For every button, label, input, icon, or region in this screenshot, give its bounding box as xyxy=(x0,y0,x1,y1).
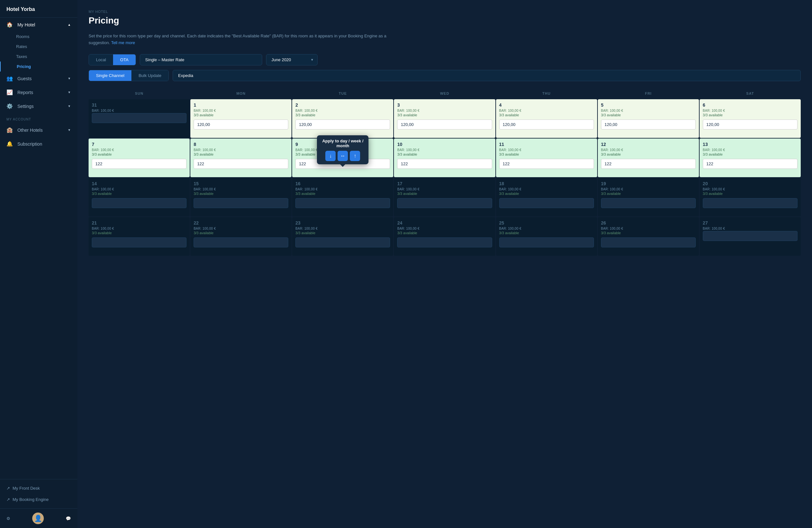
price-input[interactable] xyxy=(703,159,798,169)
chat-icon[interactable]: 💬 xyxy=(66,516,71,521)
calendar-cell: 10BAR: 100,00 €3/3 available xyxy=(394,139,495,177)
calendar-cell: 20BAR: 100,00 €3/3 available xyxy=(700,178,801,216)
availability: 3/3 available xyxy=(601,231,696,235)
day-number: 31 xyxy=(92,102,187,108)
price-input[interactable] xyxy=(703,231,798,241)
day-number: 2 xyxy=(295,102,390,108)
availability: 3/3 available xyxy=(499,113,594,117)
price-input[interactable] xyxy=(601,198,696,208)
calendar-cell: 21BAR: 100,00 €3/3 available xyxy=(89,217,190,256)
sidebar-item-reports[interactable]: 📈 Reports ▼ xyxy=(0,85,77,99)
availability: 3/3 available xyxy=(499,152,594,156)
month-select[interactable]: June 2020 xyxy=(266,54,318,66)
sidebar-bottom: ⚙ 👤 💬 xyxy=(0,508,77,528)
description: Set the price for this room type per day… xyxy=(89,33,394,46)
tell-me-more-link[interactable]: Tell me more xyxy=(111,40,135,45)
day-number: 25 xyxy=(499,220,594,226)
availability: 3/3 available xyxy=(499,192,594,196)
price-input[interactable] xyxy=(295,119,390,129)
sidebar-item-subscription[interactable]: 🔔 Subscription xyxy=(0,137,77,151)
price-input[interactable] xyxy=(92,113,187,123)
availability: 3/3 available xyxy=(703,113,798,117)
calendar-cell: 15BAR: 100,00 €3/3 available xyxy=(190,178,291,216)
calendar-header: SUNMONTUEWEDTHUFRISAT xyxy=(89,89,801,98)
price-input[interactable] xyxy=(193,198,288,208)
day-number: 8 xyxy=(193,142,288,147)
sidebar-item-taxes[interactable]: Taxes xyxy=(0,52,77,61)
single-channel-button[interactable]: Single Channel xyxy=(89,70,131,81)
bar-rate: BAR: 100,00 € xyxy=(601,148,696,152)
price-input[interactable] xyxy=(92,238,187,247)
calendar: SUNMONTUEWEDTHUFRISAT 31BAR: 100,00 €1BA… xyxy=(89,89,801,256)
hotel-name: Hotel Yorba xyxy=(0,0,77,18)
price-input[interactable] xyxy=(397,159,492,169)
price-input[interactable] xyxy=(499,119,594,129)
price-input[interactable] xyxy=(397,198,492,208)
price-input[interactable] xyxy=(295,238,390,247)
day-number: 10 xyxy=(397,142,492,147)
availability: 3/3 available xyxy=(295,192,390,196)
calendar-cell: 18BAR: 100,00 €3/3 available xyxy=(496,178,597,216)
bar-rate: BAR: 100,00 € xyxy=(295,187,390,191)
price-input[interactable] xyxy=(499,198,594,208)
price-input[interactable] xyxy=(397,238,492,247)
day-number: 18 xyxy=(499,181,594,186)
settings-bottom-icon[interactable]: ⚙ xyxy=(6,516,10,521)
price-input[interactable] xyxy=(295,198,390,208)
day-number: 11 xyxy=(499,142,594,147)
sidebar-item-pricing[interactable]: Pricing xyxy=(0,61,77,72)
price-input[interactable] xyxy=(193,119,288,129)
sidebar-item-settings[interactable]: ⚙️ Settings ▼ xyxy=(0,99,77,113)
bar-rate: BAR: 100,00 € xyxy=(499,227,594,230)
calendar-cell: 16BAR: 100,00 €3/3 available xyxy=(292,178,393,216)
price-input[interactable] xyxy=(193,159,288,169)
front-desk-link[interactable]: ↗ My Front Desk xyxy=(6,483,71,494)
reports-icon: 📈 xyxy=(6,89,13,95)
price-input[interactable] xyxy=(601,119,696,129)
calendar-cell: 11BAR: 100,00 €3/3 available xyxy=(496,139,597,177)
availability: 3/3 available xyxy=(193,113,288,117)
tooltip-title: Apply to day / week / month xyxy=(321,139,365,148)
price-input[interactable] xyxy=(601,238,696,247)
calendar-cell: 1BAR: 100,00 €3/3 available xyxy=(190,99,291,138)
day-number: 13 xyxy=(703,142,798,147)
price-input[interactable] xyxy=(703,198,798,208)
price-input[interactable] xyxy=(92,198,187,208)
account-label: MY ACCOUNT xyxy=(0,113,77,123)
price-input[interactable] xyxy=(601,159,696,169)
availability: 3/3 available xyxy=(601,152,696,156)
calendar-day-header: TUE xyxy=(292,89,393,98)
sidebar-footer: ↗ My Front Desk ↗ My Booking Engine xyxy=(0,479,77,508)
sidebar-item-guests[interactable]: 👥 Guests ▼ xyxy=(0,72,77,85)
booking-engine-link[interactable]: ↗ My Booking Engine xyxy=(6,494,71,505)
sidebar-item-other-hotels[interactable]: 🏨 Other Hotels ▼ xyxy=(0,123,77,137)
sidebar-item-rooms[interactable]: Rooms xyxy=(0,31,77,42)
ota-button[interactable]: OTA xyxy=(113,55,135,65)
rate-select[interactable] xyxy=(140,54,262,66)
availability: 3/3 available xyxy=(193,192,288,196)
chevron-down-icon: ▼ xyxy=(68,77,71,80)
tooltip-btn-arrows[interactable]: ↔ xyxy=(337,151,348,161)
price-input[interactable] xyxy=(397,119,492,129)
sidebar-item-my-hotel[interactable]: 🏠 My Hotel ▲ xyxy=(0,18,77,31)
bar-rate: BAR: 100,00 € xyxy=(193,109,288,112)
price-input[interactable] xyxy=(193,238,288,247)
chevron-down-icon-settings: ▼ xyxy=(68,104,71,108)
sidebar-item-rates[interactable]: Rates xyxy=(0,42,77,52)
day-number: 21 xyxy=(92,220,187,226)
tooltip-btn-up[interactable]: ↑ xyxy=(350,151,360,161)
price-input[interactable] xyxy=(499,159,594,169)
arrow-right-icon-2: ↗ xyxy=(6,497,10,502)
calendar-cell: 24BAR: 100,00 €3/3 available xyxy=(394,217,495,256)
price-input[interactable] xyxy=(703,119,798,129)
local-button[interactable]: Local xyxy=(89,55,113,65)
price-input[interactable] xyxy=(499,238,594,247)
availability: 3/3 available xyxy=(397,231,492,235)
sidebar: Hotel Yorba 🏠 My Hotel ▲ Rooms Rates Tax… xyxy=(0,0,77,528)
tooltip-btn-down[interactable]: ↓ xyxy=(325,151,336,161)
bar-rate: BAR: 100,00 € xyxy=(92,148,187,152)
bar-rate: BAR: 100,00 € xyxy=(193,148,288,152)
price-input[interactable] xyxy=(92,159,187,169)
calendar-day-header: SUN xyxy=(89,89,190,98)
bulk-update-button[interactable]: Bulk Update xyxy=(131,70,169,81)
